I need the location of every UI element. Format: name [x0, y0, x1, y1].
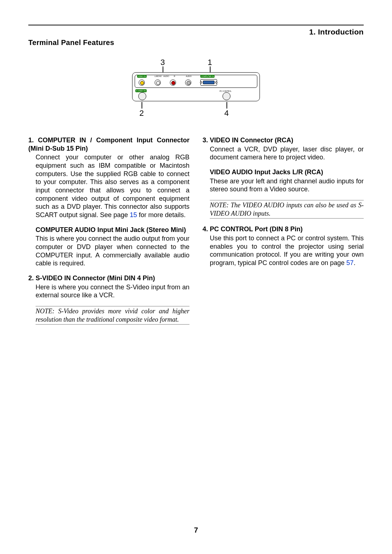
item-1b-title: COMPUTER AUDIO Input Mini Jack (Stereo M… [36, 226, 189, 234]
chapter-title: 1. Introduction [309, 28, 364, 36]
panel-outline: VIDEO IN L/MONO AUDIO R AUDIO COMPUTER I… [132, 72, 260, 101]
item-1-body: Connect your computer or other analog RG… [36, 153, 189, 219]
column-left: 1. COMPUTER IN / Component Input Connect… [28, 136, 189, 331]
note-svideo: NOTE: S-Video provides more vivid color … [36, 306, 189, 325]
item-3b-body: These are your left and right channel au… [210, 177, 364, 194]
section-title: Terminal Panel Features [28, 38, 364, 47]
label-s-video-in: S-VIDEO IN [135, 89, 147, 92]
item-3-body: Connect a VCR, DVD player, laser disc pl… [210, 145, 364, 162]
item-2-title: 2. S-VIDEO IN Connector (Mini DIN 4 Pin) [28, 274, 189, 282]
s-video-din-icon [138, 92, 146, 100]
terminal-panel-diagram: 3 1 VIDEO IN L/MONO AUDIO R AUDIO COMPUT… [128, 59, 264, 114]
label-audio2: AUDIO [186, 75, 192, 77]
item-4-text: Use this port to connect a PC or control… [210, 235, 364, 266]
item-1-title: 1. COMPUTER IN / Component Input Connect… [28, 136, 189, 152]
label-r: R [174, 75, 175, 77]
label-pc-control: PC CONTROL [220, 90, 232, 92]
note-video-audio: NOTE: The VIDEO AUDIO inputs can also be… [210, 200, 364, 219]
item-4-title: 4. PC CONTROL Port (DIN 8 Pin) [203, 225, 364, 233]
item-1-text-b: for more details. [137, 211, 186, 219]
page-ref-15[interactable]: 15 [130, 211, 137, 219]
rca-audio-r-icon [170, 80, 176, 86]
item-1-text: Connect your computer or other analog RG… [36, 154, 189, 219]
label-computer-in: COMPUTER IN [200, 75, 215, 78]
pc-control-din-icon [222, 92, 230, 100]
callout-4: 4 [224, 109, 229, 118]
label-audio-lr: AUDIO [163, 75, 169, 77]
callout-2: 2 [139, 109, 144, 118]
item-3b-title: VIDEO AUDIO Input Jacks L/R (RCA) [210, 168, 364, 176]
callout-3: 3 [160, 58, 165, 67]
label-video-in: VIDEO IN [137, 75, 147, 78]
callout-1: 1 [208, 58, 212, 67]
item-3-title: 3. VIDEO IN Connector (RCA) [203, 136, 364, 144]
label-lmono: L/MONO [155, 75, 162, 77]
rca-audio-l-icon [155, 80, 161, 86]
item-4-body: Use this port to connect a PC or control… [210, 234, 364, 267]
page-number: 7 [0, 526, 392, 534]
page-ref-57[interactable]: 57 [346, 259, 354, 266]
mini-jack-icon [185, 80, 191, 86]
item-4-text-b: . [354, 259, 355, 266]
dsub-connector-icon [200, 79, 217, 86]
column-right: 3. VIDEO IN Connector (RCA) Connect a VC… [203, 136, 364, 331]
item-1b-body: This is where you connect the audio outp… [36, 235, 189, 268]
rule-top [28, 25, 364, 25]
item-2-body: Here is where you connect the S-Video in… [36, 283, 189, 300]
rca-video-icon [139, 80, 145, 86]
